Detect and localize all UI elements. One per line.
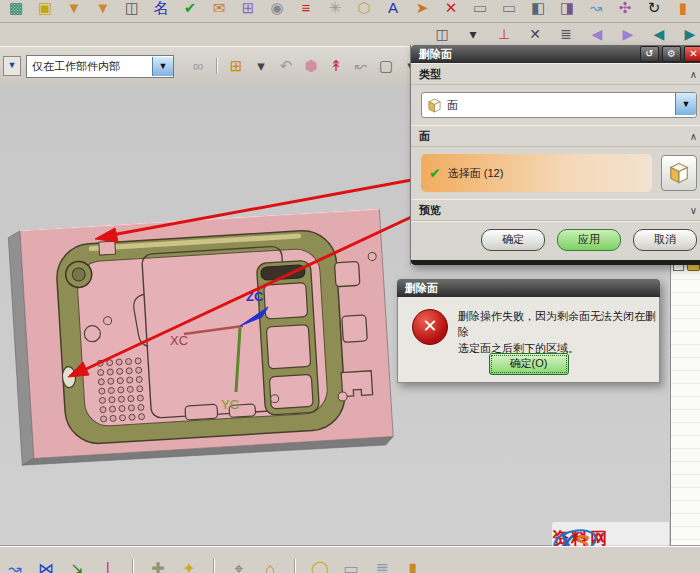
dialog-resize-edge[interactable] (411, 260, 700, 265)
load-options-icon[interactable]: ▣ (35, 0, 55, 18)
window-style-dropdown-icon[interactable]: ▾ (463, 24, 483, 44)
preview-section-header[interactable]: 预览 ∨ (411, 199, 700, 221)
collapse-section-icon[interactable]: ∧ (690, 69, 697, 80)
list-icon[interactable]: ≡ (296, 0, 316, 18)
pattern-icon[interactable]: ⊞ (238, 0, 258, 18)
window-style-icon[interactable]: ◫ (432, 24, 452, 44)
type-dropdown-icon[interactable]: ▼ (675, 93, 696, 115)
xc-axis-label: XC (170, 333, 188, 348)
vector-green-icon[interactable]: ↘ (67, 559, 87, 573)
line-magenta-icon[interactable]: ∣ (98, 559, 118, 573)
snap-off-icon[interactable]: ✕ (525, 24, 545, 44)
collapse-section-icon[interactable]: ∧ (690, 131, 697, 142)
fit-icon[interactable]: ⋈ (36, 559, 56, 573)
vector-up-icon[interactable]: ↟ (326, 56, 346, 76)
cam-icon[interactable]: ▮ (673, 0, 693, 18)
orient-view-icon[interactable]: ↝ (5, 559, 25, 573)
toolbar-separator (216, 58, 218, 74)
find-icon[interactable]: ∞ (188, 56, 208, 76)
expand-section-icon[interactable]: ∨ (690, 205, 697, 216)
back-purple-icon[interactable]: ◀ (587, 24, 607, 44)
home-icon[interactable]: ⌂ (260, 559, 280, 573)
solid-face-icon[interactable]: ⬢ (301, 56, 321, 76)
bottom-toolbar: ↝⋈↘∣✚✦⌖⌂◯▭≣▮ (0, 546, 700, 573)
undo-selection-icon[interactable]: ↶ (276, 56, 296, 76)
select-face-label: 选择面 (12) (448, 166, 504, 181)
selection-tools: ∞⊞▾↶⬢↟↜▢▾ (188, 56, 421, 76)
curve-icon[interactable]: ↜ (351, 56, 371, 76)
toolbar-separator (294, 559, 296, 573)
grab-icon[interactable]: ➤ (412, 0, 432, 18)
assemblies-icon[interactable]: ▩ (6, 0, 26, 18)
lock-icon[interactable]: ◉ (267, 0, 287, 18)
filter-icon[interactable]: ▼ (64, 0, 84, 18)
delete-face-dialog: 删除面 ↺ ⚙ ✕ 类型 ∧ 面 ▼ 面 ∧ ✔ 选择面 (12) (410, 45, 700, 265)
dialog-settings-icon[interactable]: ⚙ (662, 46, 681, 62)
error-dialog-titlebar[interactable]: 删除面 (397, 279, 660, 297)
annotate-icon[interactable]: A (383, 0, 403, 18)
ok-button[interactable]: 确定 (481, 229, 545, 251)
forward-teal-icon[interactable]: ▶ (680, 24, 700, 44)
window1-icon[interactable]: ▭ (470, 0, 490, 18)
csys-orient-icon[interactable]: ⊥ (494, 24, 514, 44)
error-icon: ✕ (412, 309, 448, 345)
back-teal-icon[interactable]: ◀ (649, 24, 669, 44)
delete-face-dialog-titlebar[interactable]: 删除面 ↺ ⚙ ✕ (411, 45, 700, 63)
phone-case-model (8, 209, 394, 467)
filter-multi-icon[interactable]: ▼ (93, 0, 113, 18)
watermark: X S 资料网 ZL.XS1616.COM (552, 522, 669, 546)
top-toolbar: ▩▣▼▼◫名✔✉⊞◉≡✳⬡A➤✕▭▭◧◨↝✣↻▮ (0, 0, 700, 23)
forward-purple-icon[interactable]: ▶ (618, 24, 638, 44)
window2-icon[interactable]: ▭ (499, 0, 519, 18)
apply-button[interactable]: 应用 (557, 229, 621, 251)
burst-icon[interactable]: ✳ (325, 0, 345, 18)
delete-face-error-dialog: 删除面 ✕ 删除操作失败，因为剩余面无法关闭在删除 选定面之后剩下的区域。 确定… (397, 279, 660, 383)
selection-scope-combo[interactable]: 仅在工作部件内部 ▼ (26, 55, 174, 78)
yc-axis-label: YC (221, 397, 239, 412)
error-dialog-title: 删除面 (405, 281, 438, 296)
view-layout-icon[interactable]: ◨ (557, 0, 577, 18)
slab-icon[interactable]: ▭ (341, 559, 361, 573)
dialog-close-icon[interactable]: ✕ (684, 46, 700, 62)
window-wave-icon[interactable]: ◫ (122, 0, 142, 18)
error-message: 删除操作失败，因为剩余面无法关闭在删除 选定面之后剩下的区域。 (458, 308, 659, 356)
face-section-label: 面 (419, 129, 430, 144)
sketch-point-icon[interactable]: ✦ (179, 559, 199, 573)
cancel-button[interactable]: 取消 (633, 229, 697, 251)
face-type-cube-icon (427, 98, 442, 113)
tools-icon[interactable]: ✣ (615, 0, 635, 18)
type-section-label: 类型 (419, 67, 441, 82)
selection-scope-dropdown-icon[interactable]: ▼ (152, 57, 173, 76)
refresh-rotate-icon[interactable]: ↻ (644, 0, 664, 18)
face-section-header[interactable]: 面 ∧ (411, 125, 700, 147)
face-select-button[interactable] (661, 155, 697, 191)
dialog-reset-icon[interactable]: ↺ (640, 46, 659, 62)
select-face-row[interactable]: ✔ 选择面 (12) (421, 154, 652, 192)
preview-section-label: 预览 (419, 203, 441, 218)
export-icon[interactable]: ✉ (209, 0, 229, 18)
cube-icon[interactable]: ⬡ (354, 0, 374, 18)
display-dropdown-icon[interactable]: ▼ (3, 56, 21, 76)
add-snap-dropdown-icon[interactable]: ▾ (251, 56, 271, 76)
motion-icon[interactable]: ↝ (586, 0, 606, 18)
circle-icon[interactable]: ◯ (310, 559, 330, 573)
plus-icon[interactable]: ✚ (148, 559, 168, 573)
delete-x-icon[interactable]: ✕ (441, 0, 461, 18)
nx-application-window: ▩▣▼▼◫名✔✉⊞◉≡✳⬡A➤✕▭▭◧◨↝✣↻▮ ◫▾⊥✕≣◀▶◀▶◀ ▼ 仅在… (0, 0, 700, 573)
check-mate-icon[interactable]: ✔ (180, 0, 200, 18)
view-style-icon[interactable]: ◧ (528, 0, 548, 18)
type-section-header[interactable]: 类型 ∧ (411, 63, 700, 85)
block-icon[interactable]: ▮ (403, 559, 423, 573)
attributes-icon[interactable]: 名 (151, 0, 171, 18)
add-snap-icon[interactable]: ⊞ (226, 56, 246, 76)
select-cube-icon (668, 162, 690, 184)
sheets-icon[interactable]: ≣ (556, 24, 576, 44)
layers-icon[interactable]: ≣ (372, 559, 392, 573)
select-rect-icon[interactable]: ▢ (376, 56, 396, 76)
watermark-logo: X S (552, 522, 598, 546)
pin-icon[interactable]: ⌖ (229, 559, 249, 573)
dialog-title: 删除面 (419, 47, 452, 62)
error-ok-button[interactable]: 确定(O) (489, 353, 569, 375)
toolbar-separator (132, 559, 134, 573)
type-dropdown[interactable]: 面 ▼ (421, 92, 697, 118)
